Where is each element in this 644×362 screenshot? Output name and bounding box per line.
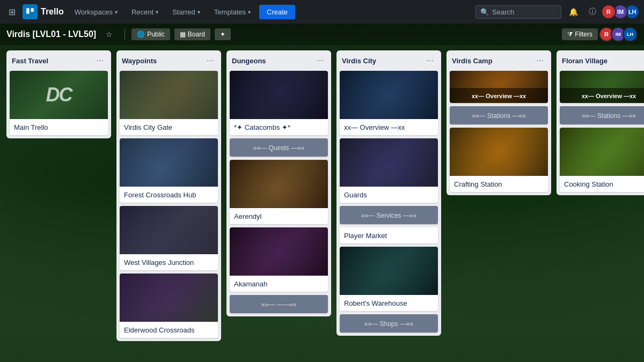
- card-title-city-overview: xx— Overview —xx: [344, 123, 405, 131]
- card-overlay-title-camp-overview: xx— Overview —xx: [472, 93, 526, 99]
- card-shops[interactable]: »»— Shops —««: [340, 314, 438, 333]
- card-stations-floran[interactable]: »»— Stations —««: [560, 106, 644, 124]
- card-title-forest-crossroads: Forest Crossroads Hub: [124, 191, 196, 199]
- column-header-dungeons: Dungeons ···: [226, 50, 331, 71]
- svg-rect-0: [26, 8, 29, 14]
- create-label: Create: [267, 8, 288, 16]
- card-body-cooking-station: Cooking Station: [560, 176, 644, 192]
- board-view-button[interactable]: ▦ Board: [174, 28, 210, 40]
- templates-label: Templates: [214, 8, 246, 16]
- card-player-market[interactable]: Player Market: [340, 227, 438, 243]
- banner-content-shops: »»— Shops —««: [340, 314, 438, 333]
- create-button[interactable]: Create: [259, 5, 295, 19]
- board-icon: ▦: [180, 31, 186, 38]
- column-menu-fast-travel[interactable]: ···: [94, 55, 106, 67]
- column-title-virdis-city: Virdis City: [342, 57, 376, 65]
- topbar: ⊞ Trello Workspaces ▾ Recent ▾ Starred ▾…: [0, 0, 644, 24]
- column-header-waypoints: Waypoints ···: [116, 50, 221, 71]
- banner-text-dungeon-last: »»— ——««: [261, 301, 296, 308]
- column-virdis-camp: Virdis Camp ··· xx— Overview —xx »»— Sta…: [447, 50, 551, 195]
- card-body-guards: Guards: [340, 187, 438, 203]
- card-body-crafting-station: Crafting Station: [450, 176, 548, 192]
- filters-button[interactable]: ⧩ Filters: [562, 28, 598, 40]
- grid-icon-button[interactable]: ⊞: [4, 4, 19, 19]
- info-button[interactable]: ⓘ: [585, 4, 600, 19]
- card-west-villages[interactable]: West Villages Junction: [120, 206, 218, 270]
- card-elderwood-crossroads[interactable]: Elderwood Crossroads: [120, 274, 218, 338]
- banner-content-services: »»— Services —««: [340, 206, 438, 224]
- banner-text-stations-camp: »»— Stations —««: [472, 112, 526, 120]
- toolbar-right: ⧩ Filters R IM LH: [562, 27, 638, 42]
- star-button[interactable]: ☆: [100, 28, 118, 41]
- card-dungeon-last[interactable]: »»— ——««: [230, 295, 328, 313]
- column-menu-virdis-camp[interactable]: ···: [535, 55, 546, 67]
- card-catacombs[interactable]: *✦ Catacombs ✦*: [230, 71, 328, 135]
- column-title-floran-village: Floran Village: [562, 57, 608, 65]
- starred-nav[interactable]: Starred ▾: [167, 6, 206, 18]
- card-title-aerendyl: Aerendyl: [234, 212, 261, 220]
- customize-button[interactable]: ✦: [215, 28, 231, 40]
- banner-text-quests: »»— Quests —««: [253, 144, 304, 152]
- topbar-left: ⊞ Trello Workspaces ▾ Recent ▾ Starred ▾…: [4, 4, 472, 19]
- card-image-crafting-station: [450, 128, 548, 176]
- workspaces-arrow: ▾: [115, 9, 118, 15]
- column-title-virdis-camp: Virdis Camp: [452, 57, 493, 65]
- card-main-trello[interactable]: DC Main Trello: [10, 71, 108, 135]
- card-virdis-city-gate[interactable]: Virdis City Gate: [120, 71, 218, 135]
- card-services[interactable]: »»— Services —««: [340, 206, 438, 224]
- card-cooking-station[interactable]: Cooking Station: [560, 128, 644, 192]
- trello-icon: [23, 4, 38, 19]
- board-title: Virdis [LVL01 - LVL50]: [6, 29, 96, 39]
- filter-icon: ⧩: [567, 31, 573, 38]
- card-body-forest-crossroads: Forest Crossroads Hub: [120, 187, 218, 203]
- column-menu-waypoints[interactable]: ···: [204, 55, 216, 67]
- column-waypoints: Waypoints ··· Virdis City Gate Forest Cr…: [116, 50, 221, 341]
- column-header-virdis-camp: Virdis Camp ···: [447, 50, 551, 71]
- recent-nav[interactable]: Recent ▾: [126, 6, 164, 18]
- banner-content-stations-floran: »»— Stations —««: [560, 106, 644, 124]
- card-city-overview[interactable]: xx— Overview —xx: [340, 71, 438, 135]
- templates-nav[interactable]: Templates ▾: [209, 6, 256, 18]
- card-body-akamanah: Akamanah: [230, 276, 328, 292]
- card-body-elderwood-crossroads: Elderwood Crossroads: [120, 322, 218, 338]
- card-akamanah[interactable]: Akamanah: [230, 227, 328, 292]
- avatar-1[interactable]: R: [601, 4, 616, 19]
- card-image-roberts-warehouse: [340, 247, 438, 295]
- member-avatars: R IM LH: [602, 27, 638, 42]
- workspaces-nav[interactable]: Workspaces ▾: [69, 6, 123, 18]
- recent-label: Recent: [131, 8, 153, 16]
- card-crafting-station[interactable]: Crafting Station: [450, 128, 548, 192]
- column-menu-dungeons[interactable]: ···: [314, 55, 326, 67]
- card-image-virdis-city-gate: [120, 71, 218, 119]
- column-header-floran-village: Floran Village ···: [557, 50, 644, 71]
- card-guards[interactable]: Guards: [340, 138, 438, 203]
- banner-content-dungeon-last: »»— ——««: [230, 295, 328, 313]
- card-floran-overview[interactable]: xx— Overview —xx: [560, 71, 644, 103]
- column-title-waypoints: Waypoints: [122, 57, 157, 65]
- card-stations-camp[interactable]: »»— Stations —««: [450, 106, 548, 124]
- search-input[interactable]: [492, 8, 551, 16]
- card-title-cooking-station: Cooking Station: [564, 180, 613, 188]
- card-quests[interactable]: »»— Quests —««: [230, 138, 328, 157]
- column-dungeons: Dungeons ··· *✦ Catacombs ✦* »»— Quests …: [226, 50, 331, 316]
- notification-button[interactable]: 🔔: [566, 4, 581, 19]
- card-forest-crossroads[interactable]: Forest Crossroads Hub: [120, 138, 218, 203]
- card-title-west-villages: West Villages Junction: [124, 258, 194, 267]
- card-roberts-warehouse[interactable]: Robert's Warehouse: [340, 247, 438, 311]
- banner-text-stations-floran: »»— Stations —««: [582, 112, 636, 120]
- card-body-roberts-warehouse: Robert's Warehouse: [340, 295, 438, 311]
- card-image-floran-overview: xx— Overview —xx: [560, 71, 644, 103]
- card-image-catacombs: [230, 71, 328, 119]
- member-avatar-3[interactable]: LH: [623, 27, 638, 42]
- visibility-button[interactable]: 🌐 Public: [131, 28, 170, 40]
- banner-text-services: »»— Services —««: [361, 212, 416, 219]
- card-aerendyl[interactable]: Aerendyl: [230, 160, 328, 224]
- card-camp-overview[interactable]: xx— Overview —xx: [450, 71, 548, 103]
- card-title-crafting-station: Crafting Station: [454, 180, 502, 188]
- card-image-elderwood-crossroads: [120, 274, 218, 322]
- card-title-roberts-warehouse: Robert's Warehouse: [344, 299, 407, 307]
- search-box[interactable]: 🔍: [475, 5, 561, 19]
- column-menu-virdis-city[interactable]: ···: [425, 55, 436, 67]
- card-image-main-trello: DC: [10, 71, 108, 119]
- cards-virdis-camp: xx— Overview —xx »»— Stations —«« Crafti…: [447, 71, 551, 195]
